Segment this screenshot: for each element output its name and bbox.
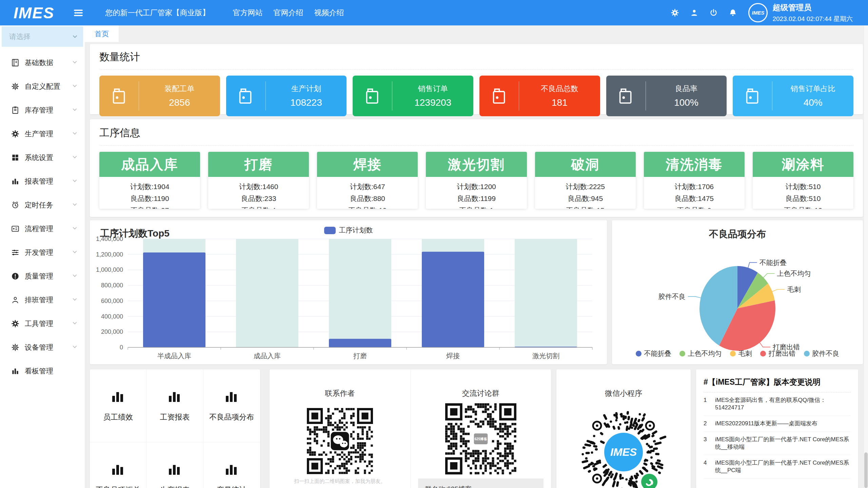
chevron-down-icon: [72, 225, 78, 233]
page-scrollbar[interactable]: [864, 25, 868, 488]
user-icon[interactable]: [690, 8, 699, 17]
sidebar-select-placeholder: 请选择: [9, 32, 72, 41]
sidebar-item-workflow[interactable]: 流程管理: [0, 217, 85, 241]
sidebar-item-system-settings[interactable]: 系统设置: [0, 146, 85, 169]
stat-card-production-plans[interactable]: 生产计划108223: [226, 76, 347, 116]
sidebar: 请选择 基础数据自定义配置库存管理生产管理系统设置报表管理定时任务流程管理开发管…: [0, 25, 85, 488]
sidebar-item-kanban[interactable]: 看板管理: [0, 359, 85, 383]
process-bad: 不良品数:15: [535, 206, 636, 209]
gear-outline-icon: [11, 343, 20, 352]
changelog-item-text: iMES面向小型工厂的新一代基于.NET Core的MES系统__PC端: [715, 459, 851, 474]
stats-section: 数量统计 装配工单2856生产计划108223销售订单1239203不良品总数1…: [90, 44, 863, 114]
sidebar-item-label: 质量管理: [25, 271, 72, 281]
app-header: IMES 您的新一代工厂管家【商业版】 官方网站官网介绍视频介绍 IMES 超级…: [0, 0, 868, 25]
sidebar-item-shift[interactable]: 排班管理: [0, 288, 85, 312]
stat-meta: 销售订单占比40%: [772, 84, 853, 108]
folder-icon: [479, 86, 519, 106]
process-plan: 计划数:1904: [99, 182, 200, 191]
sidebar-item-production[interactable]: 生产管理: [0, 122, 85, 146]
app: IMES 您的新一代工厂管家【商业版】 官方网站官网介绍视频介绍 IMES 超级…: [0, 0, 868, 488]
stat-card-sales-order-ratio[interactable]: 销售订单占比40%: [733, 76, 853, 116]
shortcut-defect-summary[interactable]: 不良品项汇总: [90, 442, 146, 488]
pie-legend-item-0[interactable]: 不能折叠: [636, 349, 671, 358]
legend-dot: [730, 351, 736, 357]
process-good: 良品数:510: [753, 194, 853, 203]
legend-dot: [804, 351, 810, 357]
svg-text:成品入库: 成品入库: [254, 352, 281, 360]
changelog-item-3: 3iMES面向小型工厂的新一代基于.NET Core的MES系统__移动端: [704, 432, 851, 455]
barchart-icon: [11, 177, 20, 186]
folder-icon: [99, 86, 139, 106]
tab-0[interactable]: 首页: [85, 25, 119, 42]
gear-solid-icon: [11, 319, 20, 328]
sidebar-item-reports[interactable]: 报表管理: [0, 169, 85, 193]
bell-icon[interactable]: [728, 8, 737, 17]
process-name: 涮涂料: [753, 152, 853, 177]
wechat-contact-qr: [270, 408, 410, 474]
shortcut-production-report[interactable]: 生产报表: [146, 442, 203, 488]
shortcut-employee-performance[interactable]: 员工绩效: [90, 369, 146, 442]
scrollbar-thumb[interactable]: [864, 452, 868, 488]
process-card-2: 焊接计划数:647良品数:880不良品数:19: [317, 152, 418, 209]
process-stats: 计划数:1200良品数:1199不良品数:1: [426, 177, 527, 209]
miniprogram-card: 微信小程序 IMES: [556, 369, 691, 488]
stat-card-assembly-orders[interactable]: 装配工单2856: [99, 76, 220, 116]
stat-card-defect-total[interactable]: 不良品总数181: [479, 76, 600, 116]
sidebar-item-development[interactable]: 开发管理: [0, 241, 85, 264]
process-card-0: 成品入库计划数:1904良品数:1190不良品数:27: [99, 152, 200, 209]
avatar[interactable]: IMES: [748, 3, 768, 22]
sidebar-item-equipment[interactable]: 设备管理: [0, 336, 85, 359]
stat-meta: 生产计划108223: [266, 84, 347, 108]
header-nav: 官方网站官网介绍视频介绍: [233, 8, 344, 18]
gear-solid-icon: [11, 129, 20, 138]
pie-chart-card: 不良品项分布 不能折叠上色不均匀毛刺打磨出错胶件不良 不能折叠上色不均匀毛刺打磨…: [612, 220, 863, 364]
header-nav-link-1[interactable]: 官网介绍: [273, 8, 303, 18]
sidebar-item-scheduled-tasks[interactable]: 定时任务: [0, 193, 85, 217]
svg-text:半成品入库: 半成品入库: [157, 352, 191, 360]
header-nav-link-2[interactable]: 视频介绍: [314, 8, 344, 18]
shortcut-salary-report[interactable]: 工资报表: [146, 369, 203, 442]
header-nav-link-0[interactable]: 官方网站: [233, 8, 262, 18]
collapse-menu-icon[interactable]: [73, 7, 84, 19]
sidebar-item-tools[interactable]: 工具管理: [0, 312, 85, 336]
settings-icon[interactable]: [670, 8, 679, 17]
bar-chart-legend[interactable]: 工序计划数: [324, 226, 373, 235]
changelog-item-text: iMES20220911版本更新——桌面端发布: [715, 420, 817, 427]
legend-dot: [636, 351, 642, 357]
stat-card-yield-rate[interactable]: 良品率100%: [606, 76, 727, 116]
shortcut-defect-distribution[interactable]: 不良品项分布: [203, 369, 260, 442]
wechat-miniprogram-qr: IMES: [556, 404, 691, 488]
changelog-list: 1iMES全套源码出售，有意的联系QQ/微信：5142247172iMES202…: [704, 392, 851, 479]
contact-qr-caption: 扫一扫上面的二维码图案，加我为朋友。: [270, 478, 410, 485]
chevron-down-icon: [72, 83, 78, 90]
bar-chart: 0200,000400,000600,000800,0001,000,0001,…: [90, 220, 607, 364]
pie-legend-item-1[interactable]: 上色不均匀: [679, 349, 722, 358]
chevron-down-icon: [72, 272, 78, 280]
chevron-down-icon: [72, 33, 78, 40]
stat-card-sales-orders[interactable]: 销售订单1239203: [353, 76, 473, 116]
pie-legend-item-3[interactable]: 打磨出错: [760, 349, 796, 358]
stat-label: 销售订单占比: [772, 84, 853, 94]
contact-author-title: 联系作者: [270, 388, 410, 399]
svg-text:焊接: 焊接: [446, 352, 460, 360]
sidebar-item-basic-data[interactable]: 基础数据: [0, 51, 85, 75]
sidebar-select[interactable]: 请选择: [2, 26, 83, 47]
chevron-down-icon: [72, 178, 78, 185]
pie-legend-item-2[interactable]: 毛刺: [730, 349, 752, 358]
sidebar-item-custom-config[interactable]: 自定义配置: [0, 75, 85, 98]
process-good: 良品数:945: [535, 194, 636, 203]
chevron-down-icon: [72, 296, 78, 304]
report-bars-icon: [167, 389, 182, 405]
power-icon[interactable]: [709, 8, 718, 17]
legend-label: 工序计划数: [339, 226, 373, 235]
chevron-down-icon: [72, 130, 78, 138]
sidebar-item-inventory[interactable]: 库存管理: [0, 98, 85, 122]
report-bars-icon: [111, 462, 125, 478]
shortcut-output-statistics[interactable]: 产量统计: [203, 442, 260, 488]
pie-legend-item-4[interactable]: 胶件不良: [804, 349, 840, 358]
chevron-down-icon: [72, 201, 78, 209]
sidebar-item-quality[interactable]: 质量管理: [0, 264, 85, 288]
folder-icon: [733, 86, 772, 106]
process-name: 清洗消毒: [644, 152, 745, 177]
user-name: 超级管理员: [772, 2, 853, 13]
